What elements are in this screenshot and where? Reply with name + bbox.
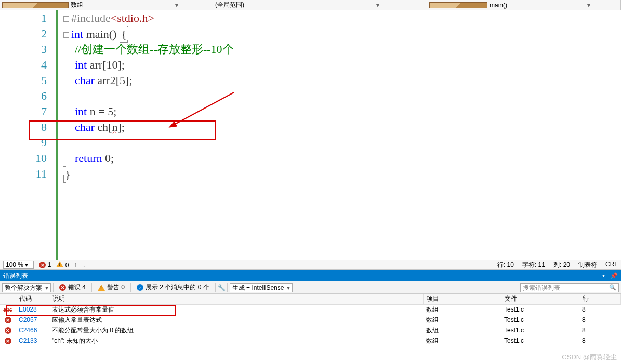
error-icon: ✕ — [5, 327, 11, 334]
filter-icon[interactable]: 🔧 — [218, 284, 225, 291]
error-line: 8 — [579, 325, 621, 335]
filter-messages-button[interactable]: i展示 2 个消息中的 0 个 — [133, 282, 213, 293]
cursor-line: 行: 10 — [497, 261, 514, 269]
error-proj: 数组 — [423, 315, 501, 325]
error-line: 8 — [579, 304, 621, 315]
error-row[interactable]: ✕C2466不能分配常量大小为 0 的数组数组Test1.c8 — [0, 325, 621, 335]
col-code[interactable]: 代码 — [16, 294, 49, 304]
code-area[interactable]: -#include<stdio.h> -int main() { //创建一个数… — [58, 10, 621, 260]
error-icon: ✕ — [5, 338, 11, 344]
code-editor[interactable]: 123 456 789 1011 -#include<stdio.h> -int… — [0, 10, 621, 260]
error-desc: 表达式必须含有常量值 — [49, 304, 423, 315]
error-row[interactable]: ✕C2057应输入常量表达式数组Test1.c8 — [0, 315, 621, 325]
error-list-grid[interactable]: 代码 说明 项目 文件 行 abcE0028表达式必须含有常量值数组Test1.… — [0, 294, 621, 346]
pin-icon[interactable]: 📌 — [610, 270, 618, 281]
line-ending[interactable]: CRL — [605, 261, 618, 269]
error-code: C2057 — [16, 315, 49, 325]
error-proj: 数组 — [423, 335, 501, 346]
error-proj: 数组 — [423, 304, 501, 315]
error-list-title: 错误列表 — [3, 270, 602, 281]
error-row[interactable]: abcE0028表达式必须含有常量值数组Test1.c8 — [0, 304, 621, 315]
scope-combo-2-text: (全局范围) — [215, 1, 331, 9]
error-desc: 应输入常量表达式 — [49, 315, 423, 325]
nav-up-button[interactable]: ↑ — [74, 261, 77, 268]
warning-icon — [98, 285, 105, 291]
zoom-combo[interactable]: 100 % ▾ — [3, 261, 34, 269]
filter-errors-button[interactable]: ✕错误 4 — [56, 282, 89, 293]
fold-icon[interactable]: - — [63, 16, 69, 22]
navigation-bar: 数组 ▾ (全局范围) ▾ main() ▾ — [0, 0, 621, 10]
error-code: C2466 — [16, 325, 49, 335]
col-line[interactable]: 行 — [579, 294, 621, 304]
error-proj: 数组 — [423, 325, 501, 335]
error-icon: ✕ — [59, 284, 66, 291]
scope-combo-1-text: 数组 — [71, 1, 143, 9]
nav-down-button[interactable]: ↓ — [82, 261, 85, 268]
cursor-char: 字符: 11 — [522, 261, 545, 269]
status-warning-count[interactable]: 0 — [56, 261, 69, 269]
chevron-down-icon: ▾ — [331, 2, 425, 9]
scope-combo-3-text: main() — [490, 2, 559, 9]
col-file[interactable]: 文件 — [501, 294, 579, 304]
info-icon: i — [137, 284, 143, 291]
error-file: Test1.c — [501, 304, 579, 315]
error-file: Test1.c — [501, 335, 579, 346]
watermark: CSDN @雨翼轻尘 — [562, 353, 617, 362]
chevron-down-icon: ▾ — [143, 2, 210, 9]
col-proj[interactable]: 项目 — [423, 294, 501, 304]
scope-combo-3[interactable]: main() ▾ — [427, 0, 621, 10]
col-desc[interactable]: 说明 — [49, 294, 423, 304]
panel-menu-icon[interactable]: ▾ — [602, 270, 605, 281]
build-source-combo[interactable]: 生成 + IntelliSense — [230, 283, 293, 292]
error-line: 8 — [579, 315, 621, 325]
search-errors-input[interactable]: 搜索错误列表 — [520, 283, 619, 292]
error-code: C2133 — [16, 335, 49, 346]
error-icon: ✕ — [39, 262, 46, 268]
fold-icon[interactable]: - — [63, 32, 69, 38]
cube-icon — [2, 2, 69, 8]
error-desc: "ch": 未知的大小 — [49, 335, 423, 346]
scope-combo[interactable]: 整个解决方案 — [2, 283, 51, 292]
error-icon: ✕ — [5, 317, 11, 323]
scope-combo-2[interactable]: (全局范围) ▾ — [213, 0, 427, 10]
line-gutter: 123 456 789 1011 — [0, 10, 56, 260]
warning-icon — [56, 261, 63, 267]
error-line: 8 — [579, 335, 621, 346]
error-row[interactable]: ✕C2133"ch": 未知的大小数组Test1.c8 — [0, 335, 621, 346]
error-list-toolbar: 整个解决方案 ✕错误 4 警告 0 i展示 2 个消息中的 0 个 🔧 生成 +… — [0, 281, 621, 294]
error-file: Test1.c — [501, 325, 579, 335]
error-list-grid-wrap: 代码 说明 项目 文件 行 abcE0028表达式必须含有常量值数组Test1.… — [0, 294, 621, 346]
filter-warnings-button[interactable]: 警告 0 — [94, 282, 128, 293]
error-code: E0028 — [16, 304, 49, 315]
intellisense-error-icon: abc — [3, 307, 12, 313]
cursor-col: 列: 20 — [553, 261, 570, 269]
chevron-down-icon: ▾ — [559, 2, 618, 9]
error-file: Test1.c — [501, 315, 579, 325]
cube-icon — [429, 2, 487, 8]
error-desc: 不能分配常量大小为 0 的数组 — [49, 325, 423, 335]
error-list-header[interactable]: 错误列表 ▾ 📌 — [0, 270, 621, 281]
scope-combo-1[interactable]: 数组 ▾ — [0, 0, 213, 10]
editor-status-bar: 100 % ▾ ✕ 1 0 ↑ ↓ 行: 10 字符: 11 列: 20 制表符… — [0, 260, 621, 270]
status-error-count[interactable]: ✕ 1 — [39, 261, 51, 269]
tab-mode: 制表符 — [578, 261, 597, 269]
